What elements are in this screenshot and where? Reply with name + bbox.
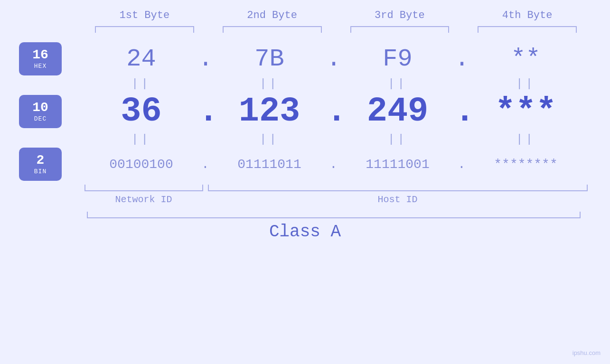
bin-badge: 2 BIN (19, 148, 62, 181)
eq2-b4: || (462, 133, 590, 146)
hostid-bracket (208, 185, 588, 191)
main-container: 1st Byte 2nd Byte 3rd Byte 4th Byte 16 H… (0, 0, 610, 364)
hex-dot3: . (455, 45, 469, 73)
dec-dot2: . (327, 92, 341, 131)
netid-bracket (84, 185, 203, 191)
hex-b4: ** (469, 45, 583, 73)
bin-b4: ******** (469, 157, 583, 172)
host-id-label: Host ID (208, 194, 588, 205)
hex-dot2: . (327, 45, 341, 73)
bracket-byte1 (81, 26, 208, 33)
hex-badge: 16 HEX (19, 42, 62, 75)
bin-dot3: . (455, 157, 469, 172)
bin-dot1: . (198, 157, 213, 172)
dec-b2: 123 (213, 92, 327, 131)
bracket-byte3 (336, 26, 464, 33)
bin-values: 00100100 . 01111011 . 11111001 . *******… (76, 157, 591, 172)
eq1-b2: || (206, 77, 334, 90)
bin-b3: 11111001 (341, 157, 455, 172)
network-id-label: Network ID (84, 194, 203, 205)
dec-num: 10 (32, 101, 48, 115)
byte2-header: 2nd Byte (208, 9, 336, 21)
hex-row: 16 HEX 24 . 7B . F9 . ** (19, 42, 591, 75)
id-labels-row: Network ID Host ID (19, 194, 591, 205)
hex-b3: F9 (341, 45, 455, 73)
class-label-row: Class A (269, 222, 341, 242)
top-brackets (19, 26, 591, 33)
dec-dot1: . (198, 92, 213, 131)
eq2-b2: || (206, 133, 334, 146)
dec-values: 36 . 123 . 249 . *** (76, 92, 591, 131)
watermark: ipshu.com (572, 349, 601, 356)
bin-b2: 01111011 (213, 157, 327, 172)
netid-bracket-wrap (84, 185, 203, 191)
bin-dot2: . (327, 157, 341, 172)
dec-badge: 10 DEC (19, 95, 62, 128)
hex-b2: 7B (213, 45, 327, 73)
hex-values: 24 . 7B . F9 . ** (76, 45, 591, 73)
bottom-brackets (19, 185, 591, 191)
hostid-bracket-wrap (208, 185, 588, 191)
bracket-byte2 (208, 26, 336, 33)
dec-label: DEC (34, 115, 47, 122)
hex-label: HEX (34, 63, 47, 70)
byte-headers: 1st Byte 2nd Byte 3rd Byte 4th Byte (19, 9, 591, 21)
byte3-header: 3rd Byte (336, 9, 464, 21)
bin-b1: 00100100 (84, 157, 198, 172)
byte4-header: 4th Byte (463, 9, 591, 21)
bin-num: 2 (37, 153, 45, 168)
bin-row: 2 BIN 00100100 . 01111011 . 11111001 . *… (19, 148, 591, 181)
eq1-b3: || (334, 77, 462, 90)
eq1-b4: || (462, 77, 590, 90)
bracket-byte4 (463, 26, 591, 33)
equals-row-1: || || || || (19, 77, 591, 90)
dec-dot3: . (455, 92, 469, 131)
hex-dot1: . (198, 45, 213, 73)
equals-row-2: || || || || (19, 133, 591, 146)
dec-row: 10 DEC 36 . 123 . 249 . *** (19, 92, 591, 131)
bin-label: BIN (34, 168, 47, 175)
eq2-b3: || (334, 133, 462, 146)
byte1-header: 1st Byte (81, 9, 208, 21)
dec-b1: 36 (84, 92, 198, 131)
eq1-b1: || (77, 77, 206, 90)
class-a-label: Class A (269, 222, 341, 242)
hex-num: 16 (32, 48, 48, 63)
dec-b3: 249 (341, 92, 455, 131)
class-bracket (87, 212, 581, 218)
eq2-b1: || (77, 133, 206, 146)
hex-b1: 24 (84, 45, 198, 73)
dec-b4: *** (469, 92, 583, 131)
